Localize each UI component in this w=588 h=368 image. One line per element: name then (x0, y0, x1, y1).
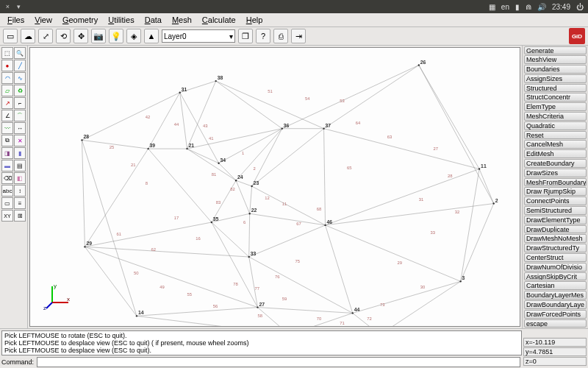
cmd-structured[interactable]: Structured (524, 84, 587, 93)
menu-data[interactable]: Data (140, 15, 166, 25)
tool-recycle[interactable]: ♻ (14, 85, 26, 96)
tool-surface[interactable]: ▱ (1, 85, 13, 96)
tool-line[interactable]: ╱ (14, 60, 26, 71)
new-icon[interactable]: ▭ (3, 29, 18, 43)
cmd-draw-rjumpskip[interactable]: Draw RjumpSkip (524, 187, 587, 196)
layers-icon[interactable]: ❐ (238, 29, 253, 43)
tool-dim[interactable]: ↕ (14, 185, 26, 197)
tool-angle[interactable]: ∠ (1, 110, 13, 121)
cmd-drawelementtype[interactable]: DrawElementType (524, 216, 587, 224)
cmd-cancelmesh[interactable]: CancelMesh (524, 140, 587, 149)
svg-line-59 (216, 81, 324, 129)
cmd-drawsizes[interactable]: DrawSizes (524, 169, 587, 177)
cmd-boundarylayermes[interactable]: BoundaryLayerMes (524, 291, 587, 300)
tool-intersect[interactable]: ✕ (14, 135, 26, 146)
cmd-elemtype[interactable]: ElemType (524, 102, 587, 111)
menu-geometry[interactable]: Geometry (58, 15, 102, 25)
cmd-drawduplicate[interactable]: DrawDuplicate (524, 225, 587, 234)
switch-icon[interactable]: ⇥ (291, 29, 306, 43)
tool-arrow[interactable]: ↗ (1, 97, 13, 109)
cmd-cartesian[interactable]: Cartesian (524, 281, 587, 290)
svg-text:55: 55 (187, 292, 193, 297)
tool-erase[interactable]: ◧ (14, 172, 26, 184)
tray-icon[interactable]: ▦ (489, 3, 495, 11)
rotate-icon[interactable]: ⟲ (56, 29, 71, 43)
cmd-assignskipbycrit[interactable]: AssignSkipByCrit (524, 272, 587, 281)
tool-list[interactable]: ≡ (14, 197, 26, 209)
svg-line-23 (324, 129, 326, 225)
cmd-createboundary[interactable]: CreateBoundary (524, 159, 587, 168)
viewport-3d[interactable]: 5154536463654244434125218122728323133293… (29, 47, 520, 327)
menu-mesh[interactable]: Mesh (168, 15, 196, 25)
paint-icon[interactable]: ▲ (144, 29, 159, 43)
tool-move[interactable]: ↔ (14, 122, 26, 134)
tool-delete[interactable]: ⌫ (1, 172, 13, 184)
tool-text[interactable]: abc (1, 185, 13, 197)
cmd-editmesh[interactable]: EditMesh (524, 149, 587, 158)
cmd-drawmeshnomesh[interactable]: DrawMeshNoMesh (524, 234, 587, 243)
menu-help[interactable]: Help (242, 15, 268, 25)
close-icon[interactable]: × (4, 4, 11, 10)
tool-zoomwin[interactable]: 🔍 (14, 47, 26, 59)
cmd-meshcriteria[interactable]: MeshCriteria (524, 112, 587, 121)
tool-nurbs[interactable]: ∿ (14, 72, 26, 84)
mesh-commands-panel: GenerateMeshViewBoundariesAssignSizesStr… (522, 46, 588, 328)
cmd-boundaries[interactable]: Boundaries (524, 65, 587, 74)
cmd-meshview[interactable]: MeshView (524, 55, 587, 64)
minimize-icon[interactable]: ▾ (15, 4, 22, 10)
power-icon[interactable]: ⏻ (576, 3, 584, 11)
clock[interactable]: 23:49 (552, 3, 570, 11)
tool-select[interactable]: ⬚ (1, 47, 13, 59)
cmd-drawnumofdivisio[interactable]: DrawNumOfDivisio (524, 263, 587, 272)
cmd-escape[interactable]: escape (524, 319, 587, 328)
cmd-reset[interactable]: Reset (524, 131, 587, 140)
layer-selector[interactable]: Layer0▾ (162, 29, 235, 43)
zoom-icon[interactable]: ⤢ (38, 29, 53, 43)
cmd-centerstruct[interactable]: CenterStruct (524, 253, 587, 262)
tool-measure[interactable]: ▭ (1, 197, 13, 209)
pan-icon[interactable]: ✥ (74, 29, 88, 43)
tool-polyline[interactable]: ⌐ (14, 97, 26, 109)
tool-mirror[interactable]: ⧉ (1, 135, 13, 146)
cmd-structconcentr[interactable]: StructConcentr (524, 93, 587, 102)
menu-view[interactable]: View (30, 15, 57, 25)
tool-spline[interactable]: 〰 (1, 122, 13, 134)
cmd-drawstructuredty[interactable]: DrawStructuredTy (524, 244, 587, 252)
tool-curve[interactable]: ⌒ (14, 110, 26, 121)
svg-line-24 (252, 129, 324, 186)
cmd-meshfromboundary[interactable]: MeshFromBoundary (524, 178, 587, 187)
help-icon[interactable]: ? (256, 29, 270, 43)
cloud-icon[interactable]: ☁ (21, 29, 35, 43)
tool-3d[interactable]: ◨ (1, 147, 13, 159)
volume-icon[interactable]: 🔊 (537, 3, 546, 11)
cmd-semistructured[interactable]: SemiStructured (524, 206, 587, 215)
coord-x: x=-10.119 (523, 338, 587, 347)
lang-indicator[interactable]: en (501, 3, 509, 11)
tool-volume[interactable]: ▮ (14, 147, 26, 159)
cmd-connectpoints[interactable]: ConnectPoints (524, 197, 587, 205)
cmd-drawboundarylaye[interactable]: DrawBoundaryLaye (524, 300, 587, 309)
wifi-icon[interactable]: ⋒ (526, 3, 531, 11)
camera-icon[interactable]: 📷 (91, 29, 106, 43)
menu-files[interactable]: Files (3, 15, 29, 25)
svg-point-117 (81, 139, 82, 141)
network-icon[interactable]: ▮ (515, 3, 520, 11)
tool-arc[interactable]: ◠ (1, 72, 13, 84)
print-icon[interactable]: ⎙ (273, 29, 288, 43)
command-input[interactable] (37, 357, 520, 367)
cmd-drawforcedpoints[interactable]: DrawForcedPoints (524, 310, 587, 319)
menu-calculate[interactable]: Calculate (198, 15, 240, 25)
light-icon[interactable]: 💡 (109, 29, 123, 43)
menu-utilities[interactable]: Utilities (104, 15, 138, 25)
cmd-generate[interactable]: Generate (524, 46, 587, 55)
tool-xy[interactable]: XY (1, 210, 13, 222)
svg-text:17: 17 (174, 216, 179, 220)
tool-solid[interactable]: ▬ (1, 160, 13, 171)
svg-point-133 (251, 185, 252, 187)
tool-grid[interactable]: ⊞ (14, 210, 26, 222)
tool-point[interactable]: ● (1, 60, 13, 71)
cmd-assignsizes[interactable]: AssignSizes (524, 74, 587, 83)
cmd-quadratic[interactable]: Quadratic (524, 121, 587, 130)
erase-icon[interactable]: ◈ (126, 29, 141, 43)
tool-extrude[interactable]: ▤ (14, 160, 26, 171)
